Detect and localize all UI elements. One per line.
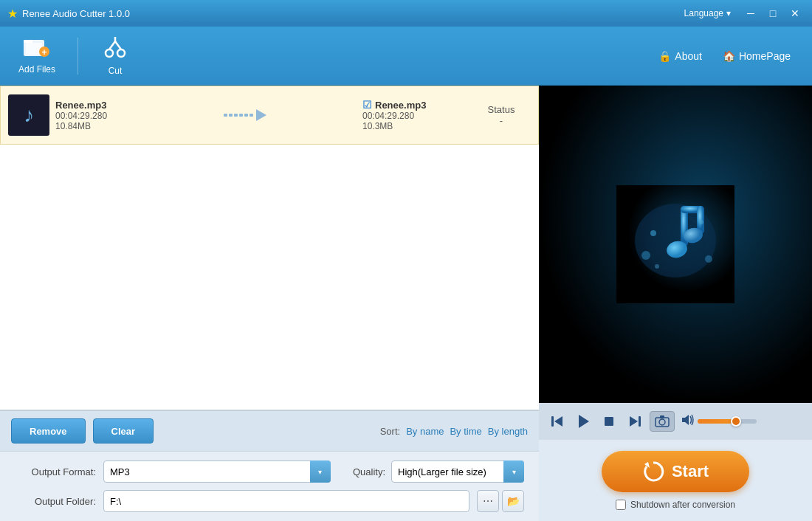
file-list: ♪ Renee.mp3 00:04:29.280 10.84MB [0, 86, 539, 410]
screenshot-button[interactable] [650, 411, 675, 432]
add-files-button[interactable]: + Add Files [11, 33, 63, 78]
svg-point-27 [650, 230, 656, 236]
skip-back-button[interactable] [546, 410, 568, 432]
folder-buttons: ⋯ 📂 [477, 490, 524, 512]
bottom-bar: Remove Clear Sort: By name By time By le… [0, 410, 539, 451]
language-label: Language [684, 8, 723, 18]
shutdown-row: Shutdown after conversion [616, 500, 735, 510]
sort-by-name-link[interactable]: By name [406, 426, 444, 437]
svg-line-7 [109, 41, 115, 49]
volume-section [681, 414, 757, 429]
media-preview-area [539, 86, 812, 403]
homepage-label: HomePage [739, 50, 791, 62]
lock-icon: 🔒 [658, 50, 671, 62]
output-filename: Renee.mp3 [375, 100, 426, 111]
sort-by-length-link[interactable]: By length [488, 426, 528, 437]
svg-rect-11 [229, 114, 233, 117]
svg-point-30 [699, 220, 703, 224]
svg-rect-40 [660, 415, 664, 418]
player-controls [539, 403, 812, 440]
output-checkbox: ☑ [362, 99, 372, 111]
language-selector[interactable]: Language ▾ [684, 8, 731, 18]
svg-point-28 [641, 251, 650, 260]
about-label: About [675, 50, 702, 62]
svg-text:+: + [42, 47, 47, 58]
output-filename-row: ☑ Renee.mp3 [362, 99, 466, 111]
music-note-icon: ♪ [24, 103, 34, 127]
minimize-button[interactable]: ─ [741, 6, 760, 21]
output-folder-row: Output Folder: ⋯ 📂 [15, 490, 524, 512]
output-format-select[interactable]: MP3 AAC WAV FLAC OGG WMA [103, 460, 331, 483]
svg-marker-34 [579, 415, 589, 428]
add-files-label: Add Files [18, 64, 55, 75]
app-logo: ★ [7, 7, 18, 21]
toolbar-separator [78, 38, 78, 75]
shutdown-label: Shutdown after conversion [630, 500, 735, 510]
output-folder-input[interactable] [103, 490, 469, 512]
app-title: Renee Audio Cutter 1.0.0 [22, 8, 684, 19]
volume-slider[interactable] [698, 419, 757, 424]
titlebar-controls: Language ▾ ─ □ ✕ [684, 6, 805, 21]
toolbar: + Add Files Cut 🔒 About 🏠 HomePage [0, 27, 812, 86]
svg-marker-41 [682, 415, 689, 425]
svg-line-8 [115, 41, 121, 49]
folder-icon: 📂 [507, 495, 520, 507]
table-row[interactable]: ♪ Renee.mp3 00:04:29.280 10.84MB [0, 86, 539, 145]
output-format-select-wrapper: MP3 AAC WAV FLAC OGG WMA ▾ [103, 460, 331, 483]
cut-label: Cut [109, 66, 123, 76]
stop-button[interactable] [598, 410, 620, 432]
svg-point-6 [117, 49, 125, 57]
sort-section: Sort: By name By time By length [380, 426, 528, 437]
language-dropdown-icon: ▾ [726, 8, 731, 18]
source-file-info: Renee.mp3 00:04:29.280 10.84MB [55, 100, 129, 131]
svg-rect-32 [551, 416, 554, 427]
svg-point-31 [655, 264, 659, 269]
shutdown-checkbox[interactable] [616, 500, 626, 510]
svg-rect-10 [224, 114, 227, 117]
home-icon: 🏠 [723, 50, 735, 62]
skip-forward-button[interactable] [624, 410, 646, 432]
homepage-button[interactable]: 🏠 HomePage [712, 46, 801, 66]
bottom-right-section: Start Shutdown after conversion [539, 440, 812, 521]
main-container: ♪ Renee.mp3 00:04:29.280 10.84MB [0, 86, 812, 521]
sort-by-time-link[interactable]: By time [450, 426, 481, 437]
restore-button[interactable]: □ [763, 6, 782, 21]
music-note-visual [616, 185, 734, 303]
open-folder-button[interactable]: 📂 [502, 490, 524, 512]
right-panel: Start Shutdown after conversion [539, 86, 812, 521]
output-format-row: Output Format: MP3 AAC WAV FLAC OGG WMA … [15, 460, 524, 483]
quality-select[interactable]: High(Larger file size) Medium Low [391, 460, 524, 483]
music-visual [539, 86, 812, 403]
remove-button[interactable]: Remove [11, 418, 86, 444]
svg-rect-36 [639, 416, 641, 427]
quality-label: Quality: [353, 466, 385, 477]
play-button[interactable] [572, 410, 594, 432]
output-duration: 00:04:29.280 [362, 111, 466, 121]
cut-icon [103, 35, 127, 64]
about-button[interactable]: 🔒 About [648, 46, 712, 66]
file-thumbnail: ♪ [8, 94, 49, 136]
svg-point-39 [659, 419, 665, 425]
svg-rect-1 [24, 40, 32, 43]
svg-marker-16 [256, 109, 266, 121]
file-arrow [135, 106, 357, 124]
titlebar: ★ Renee Audio Cutter 1.0.0 Language ▾ ─ … [0, 0, 812, 27]
browse-folder-button[interactable]: ⋯ [477, 490, 499, 512]
svg-marker-37 [630, 416, 638, 427]
cut-button[interactable]: Cut [93, 32, 137, 80]
svg-point-5 [106, 49, 113, 57]
volume-icon[interactable] [681, 414, 695, 429]
clear-button[interactable]: Clear [93, 418, 154, 444]
quality-section: Quality: High(Larger file size) Medium L… [353, 460, 524, 483]
svg-rect-14 [244, 114, 248, 117]
output-format-label: Output Format: [15, 466, 96, 477]
source-duration: 00:04:29.280 [55, 111, 129, 121]
svg-rect-12 [234, 114, 238, 117]
output-folder-label: Output Folder: [15, 496, 96, 507]
settings-bar: Output Format: MP3 AAC WAV FLAC OGG WMA … [0, 451, 539, 521]
close-button[interactable]: ✕ [785, 6, 805, 21]
start-button[interactable]: Start [602, 451, 749, 492]
left-panel: ♪ Renee.mp3 00:04:29.280 10.84MB [0, 86, 539, 521]
file-status: Status - [472, 104, 531, 126]
svg-rect-15 [250, 114, 253, 117]
